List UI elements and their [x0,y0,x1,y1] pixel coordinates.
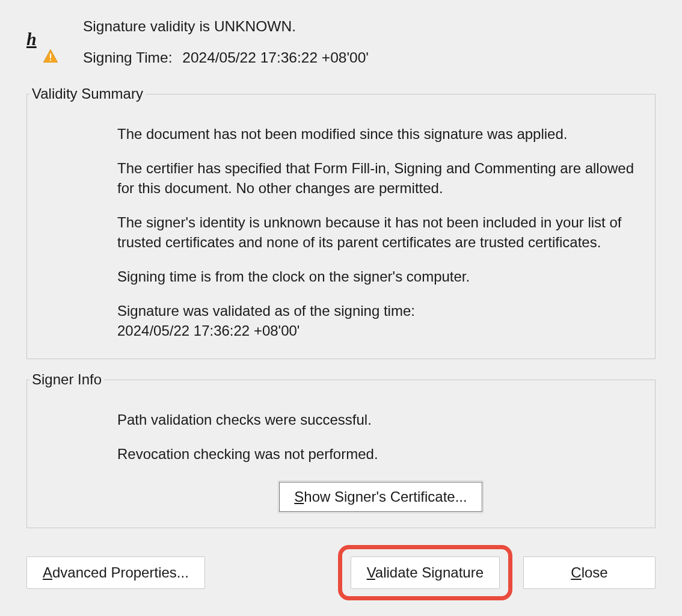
signing-time-value: 2024/05/22 17:36:22 +08'00' [182,49,369,66]
signer-info-legend: Signer Info [29,371,104,388]
summary-para-2: The certifier has specified that Form Fi… [117,158,644,198]
close-accel: C [571,564,581,581]
validity-summary-legend: Validity Summary [29,85,146,102]
show-cert-accel: S [294,488,304,505]
signature-status-icon: h [26,32,57,63]
advanced-label-rest: dvanced Properties... [52,564,189,581]
signing-time-row: Signing Time: 2024/05/22 17:36:22 +08'00… [83,49,656,66]
signature-header: h Signature validity is UNKNOWN. Signing… [26,18,656,66]
validate-accel: V [367,564,375,581]
header-text-block: Signature validity is UNKNOWN. Signing T… [83,18,656,66]
summary-para-5b: 2024/05/22 17:36:22 +08'00' [117,322,300,339]
summary-para-4: Signing time is from the clock on the si… [117,266,644,286]
validate-signature-button[interactable]: Validate Signature [351,556,500,589]
advanced-properties-button[interactable]: Advanced Properties... [26,556,205,589]
show-cert-row: Show Signer's Certificate... [117,481,644,513]
svg-rect-1 [50,54,51,58]
validity-summary-group: Validity Summary The document has not be… [26,85,656,359]
signer-info-group: Signer Info Path validation checks were … [26,371,656,528]
warning-triangle-icon [43,49,58,63]
advanced-accel: A [43,564,52,581]
svg-rect-2 [50,60,51,61]
signature-glyph-icon: h [26,29,37,49]
signer-para-2: Revocation checking was not performed. [117,444,644,464]
close-label-rest: lose [582,564,608,581]
dialog-button-row: Advanced Properties... Validate Signatur… [26,545,656,600]
signer-para-1: Path validation checks were successful. [117,410,644,430]
summary-para-5: Signature was validated as of the signin… [117,301,644,340]
show-cert-label-rest: how Signer's Certificate... [304,488,467,505]
validate-label-rest: alidate Signature [375,564,484,581]
summary-para-3: The signer's identity is unknown because… [117,212,644,252]
validate-highlight-box: Validate Signature [338,545,512,600]
close-button[interactable]: Close [523,556,656,589]
summary-para-1: The document has not been modified since… [117,124,644,144]
validity-status-text: Signature validity is UNKNOWN. [83,18,656,35]
show-signers-certificate-button[interactable]: Show Signer's Certificate... [278,481,483,513]
signing-time-label: Signing Time: [83,49,172,66]
summary-para-5a: Signature was validated as of the signin… [117,303,415,319]
